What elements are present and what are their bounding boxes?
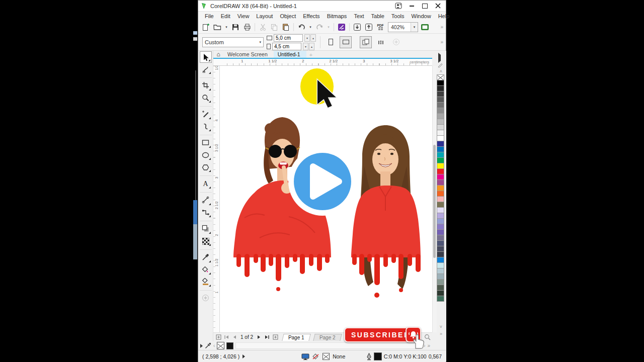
fullscreen-preview-button[interactable] [420,22,430,32]
pen-settings-icon[interactable] [437,62,443,68]
menu-item[interactable]: Text [350,13,367,20]
fill-color-icon[interactable] [312,353,319,360]
no-color-swatch[interactable] [437,74,444,80]
right-woman-illustration[interactable] [351,125,421,298]
drop-shadow-tool-button[interactable] [200,221,212,235]
interactive-fill-tool-button[interactable] [200,264,212,276]
import-button[interactable] [352,22,362,32]
play-button[interactable] [288,147,357,216]
ellipse-tool-button[interactable] [200,149,212,161]
freehand-tool-button[interactable] [200,106,212,120]
menu-item[interactable]: View [234,13,253,20]
first-page-button[interactable] [223,334,230,341]
undo-dropdown-caret[interactable]: ▾ [308,22,313,32]
zoom-dropdown-caret[interactable]: ▾ [411,23,418,32]
color-eyedropper-tool-button[interactable] [200,249,212,263]
connector-tool-button[interactable] [200,207,212,218]
open-button[interactable] [212,22,222,32]
scroll-expand-chevron[interactable]: » [427,343,430,348]
undo-button[interactable] [296,22,306,32]
dimension-tool-button[interactable] [200,192,212,206]
drawing-units-button[interactable] [375,36,387,48]
export-button[interactable] [364,22,374,32]
add-page-after-button[interactable] [272,334,279,341]
artistic-media-tool-button[interactable] [200,121,212,132]
polygon-tool-button[interactable] [200,161,212,173]
previous-page-button[interactable] [231,334,238,341]
toolbar-overflow-chevron[interactable]: » [440,24,443,30]
page-width-spinner[interactable]: ▾▴ [304,34,316,42]
all-pages-size-button[interactable] [360,36,372,48]
page-height-input[interactable] [272,43,301,50]
transparency-tool-button[interactable] [200,235,212,247]
fill-status-label: None [333,353,345,359]
menu-item[interactable]: Effects [299,13,323,20]
cursor-coordinates: ( 2,598 ; 4,026 ) [202,353,239,359]
menu-item[interactable]: Edit [217,13,234,20]
zoom-level-combo[interactable]: 402% ▾ [388,22,418,32]
new-document-tab-button[interactable]: + [306,52,315,58]
menu-item[interactable]: Window [408,13,435,20]
page-width-input[interactable] [274,34,303,42]
horizontal-scrollbar[interactable] [235,342,422,349]
maximize-button[interactable] [419,2,431,11]
crop-tool-button[interactable] [200,77,212,92]
smart-fill-tool-button[interactable] [200,276,212,288]
next-page-button[interactable] [256,334,263,341]
tab-welcome-screen[interactable]: Welcome Screen [223,51,274,58]
monitor-icon[interactable] [301,353,309,360]
page-2-tab[interactable]: Page 2 [313,334,342,341]
page-height-spinner[interactable]: ▾▴ [303,43,314,50]
outline-pen-icon[interactable] [366,353,372,360]
minimize-button[interactable] [406,2,418,11]
tab-scroll-arrow[interactable] [438,55,441,61]
app-launcher-button[interactable] [337,22,347,32]
pick-tool-button[interactable] [200,51,212,63]
document-black-swatch[interactable] [226,342,233,349]
menu-item[interactable]: Bitmaps [324,13,351,20]
palette-expand-icon[interactable]: » [437,331,445,336]
scroll-left-chevron[interactable]: ‹ [213,343,215,348]
vertical-scrollbar[interactable] [432,66,437,332]
text-tool-button[interactable]: A [200,175,212,190]
page-size-preset-select[interactable]: Custom ▾ [202,37,264,47]
menu-item[interactable]: Table [368,13,388,20]
tab-untitled-1[interactable]: Untitled-1 [274,51,306,58]
open-dropdown-caret[interactable]: ▾ [224,22,229,32]
home-icon[interactable]: ⌂ [213,51,223,58]
page-width-icon [267,36,272,40]
add-page-before-button[interactable] [215,334,222,341]
ruler-tick-label: 1/2 [215,66,218,70]
drawing-canvas[interactable]: 43 1/232 1/221 1/211/2 [213,66,432,332]
menu-item[interactable]: Tools [388,13,408,20]
print-button[interactable] [242,22,252,32]
scrollbar-thumb[interactable] [433,145,436,258]
palette-swatch[interactable] [437,296,444,302]
document-no-fill-swatch[interactable] [217,342,224,349]
flyout-arrow-icon[interactable] [200,344,203,348]
palette-scroll-down-icon[interactable]: ˅ [437,324,445,329]
last-page-button[interactable] [264,334,271,341]
paste-button[interactable] [281,22,291,32]
eyedropper-icon[interactable] [205,342,211,349]
landscape-orientation-button[interactable] [340,36,352,48]
account-icon[interactable] [392,2,405,11]
ruler-tick-label: 1 [227,59,258,64]
portrait-orientation-button[interactable] [325,36,337,48]
page-1-tab[interactable]: Page 1 [282,334,310,341]
rectangle-tool-button[interactable] [200,135,212,149]
palette-scroll-up-icon[interactable]: ˄ [437,69,445,74]
menu-item[interactable]: Help [435,13,453,20]
status-flyout-arrow[interactable] [243,354,245,358]
coreldraw-window: CorelDRAW X8 (64-Bit) - Untitled-1 FileE… [198,0,446,362]
menu-item[interactable]: Object [276,13,299,20]
publish-to-pdf-button[interactable]: PDF [375,22,385,32]
zoom-tool-button[interactable] [200,92,212,104]
menu-item[interactable]: File [201,13,217,20]
propbar-overflow-chevron[interactable]: » [440,39,443,45]
menu-item[interactable]: Layout [253,13,276,20]
save-button[interactable] [230,22,240,32]
shape-tool-button[interactable] [200,63,212,75]
new-document-button[interactable] [201,22,211,32]
close-button[interactable] [432,2,444,11]
